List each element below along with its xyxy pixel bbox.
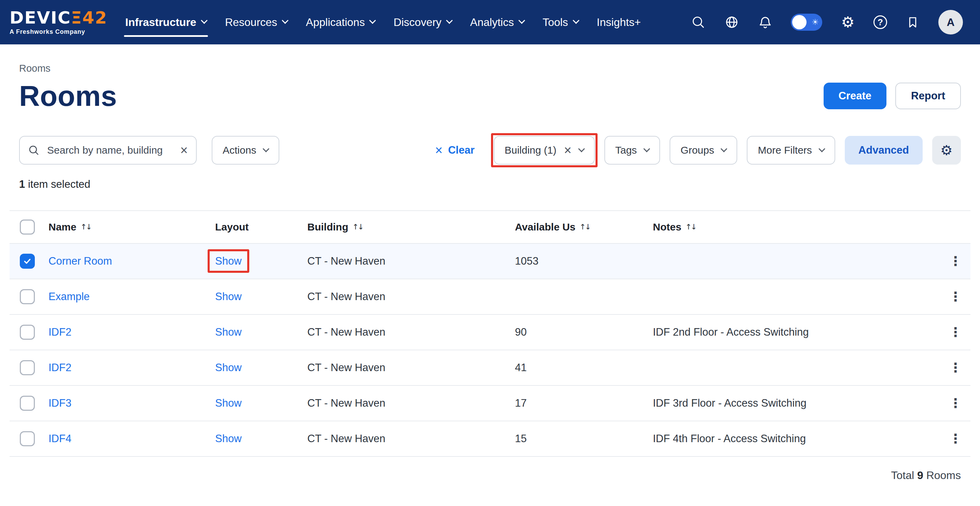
remove-building-filter-icon[interactable]: ×	[564, 144, 572, 157]
column-header-building[interactable]: Building↑↓	[307, 221, 515, 233]
building-filter-chip[interactable]: Building (1) ×	[494, 136, 595, 165]
groups-dropdown[interactable]: Groups	[670, 136, 737, 165]
report-button[interactable]: Report	[895, 83, 961, 109]
row-checkbox[interactable]	[20, 254, 35, 269]
available-cell: 90	[515, 326, 653, 338]
nav-item-resources[interactable]: Resources	[225, 0, 288, 45]
search-input[interactable]	[46, 144, 174, 157]
row-actions-menu-icon[interactable]: ⋮	[940, 254, 970, 269]
globe-icon[interactable]	[724, 14, 740, 30]
clear-filters-button[interactable]: ×Clear	[435, 144, 475, 157]
layout-show-link[interactable]: Show	[215, 397, 242, 409]
room-name-link[interactable]: IDF2	[48, 361, 72, 374]
chevron-down-icon	[573, 17, 579, 24]
available-cell: 15	[515, 433, 653, 445]
layout-show-link[interactable]: Show	[215, 255, 242, 267]
clear-search-icon[interactable]: ×	[180, 144, 188, 157]
clear-x-icon: ×	[435, 144, 442, 157]
row-actions-menu-icon[interactable]: ⋮	[940, 431, 970, 446]
avatar[interactable]: A	[938, 10, 963, 35]
layout-show-link[interactable]: Show	[215, 326, 242, 338]
dropdown-label: Tags	[615, 145, 637, 156]
column-header-layout: Layout	[215, 221, 307, 233]
nav-item-label: Tools	[542, 16, 568, 29]
nav-item-label: Infrastructure	[125, 16, 196, 29]
table-row: IDF3 Show CT - New Haven 17 IDF 3rd Floo…	[10, 386, 970, 421]
nav-item-insights[interactable]: Insights+	[597, 0, 641, 45]
room-name-link[interactable]: IDF2	[48, 326, 72, 338]
clear-label: Clear	[448, 144, 475, 156]
row-actions-menu-icon[interactable]: ⋮	[940, 289, 970, 304]
sort-icon: ↑↓	[579, 223, 590, 231]
main-nav: Infrastructure Resources Applications Di…	[125, 0, 641, 45]
nav-item-label: Discovery	[393, 16, 441, 29]
table-total: Total 9 Rooms	[19, 469, 961, 482]
create-button[interactable]: Create	[824, 83, 887, 109]
selection-status: 1 item selected	[19, 178, 961, 191]
room-name-link[interactable]: Example	[48, 291, 90, 302]
bookmark-icon[interactable]	[905, 14, 921, 30]
table-header-row: Name↑↓ Layout Building↑↓ Available Us↑↓ …	[10, 211, 970, 244]
available-cell: 1053	[515, 255, 653, 267]
more-filters-dropdown[interactable]: More Filters	[747, 136, 835, 165]
settings-gear-icon[interactable]: ⚙	[840, 14, 856, 30]
nav-item-tools[interactable]: Tools	[542, 0, 578, 45]
chevron-down-icon	[201, 17, 208, 24]
page-title: Rooms	[19, 80, 117, 113]
chevron-down-icon	[369, 17, 376, 24]
room-name-link[interactable]: Corner Room	[48, 255, 112, 267]
building-cell: CT - New Haven	[307, 361, 515, 374]
filter-controls: ×Clear Building (1) × Tags Groups More F…	[435, 136, 961, 165]
device42-logo[interactable]: DEVICΞ42 A Freshworks Company	[10, 9, 108, 35]
nav-item-analytics[interactable]: Analytics	[470, 0, 524, 45]
sort-icon: ↑↓	[685, 223, 696, 231]
column-header-name[interactable]: Name↑↓	[48, 221, 215, 233]
tags-dropdown[interactable]: Tags	[605, 136, 660, 165]
title-row: Rooms Create Report	[19, 80, 961, 113]
nav-item-discovery[interactable]: Discovery	[393, 0, 452, 45]
breadcrumb[interactable]: Rooms	[19, 63, 51, 74]
row-checkbox[interactable]	[20, 289, 35, 304]
nav-item-applications[interactable]: Applications	[306, 0, 375, 45]
row-checkbox[interactable]	[20, 431, 35, 446]
advanced-button[interactable]: Advanced	[845, 136, 923, 165]
notifications-bell-icon[interactable]	[757, 14, 773, 30]
layout-show-link[interactable]: Show	[215, 291, 242, 302]
chevron-down-icon	[446, 17, 453, 24]
nav-icon-group: ☀ ⚙ ? A	[690, 10, 963, 35]
search-box[interactable]: ×	[19, 136, 197, 165]
building-cell: CT - New Haven	[307, 326, 515, 338]
dropdown-label: More Filters	[758, 145, 812, 156]
row-checkbox[interactable]	[20, 325, 35, 340]
chevron-down-icon	[282, 17, 288, 24]
row-checkbox[interactable]	[20, 396, 35, 411]
nav-item-label: Applications	[306, 16, 365, 29]
actions-dropdown[interactable]: Actions	[212, 136, 279, 165]
theme-toggle[interactable]: ☀	[791, 14, 822, 31]
select-all-checkbox[interactable]	[20, 220, 35, 235]
chevron-down-icon	[578, 145, 585, 152]
room-name-link[interactable]: IDF3	[48, 397, 72, 409]
column-header-available[interactable]: Available Us↑↓	[515, 221, 653, 233]
row-actions-menu-icon[interactable]: ⋮	[940, 325, 970, 340]
chevron-down-icon	[262, 145, 269, 152]
row-actions-menu-icon[interactable]: ⋮	[940, 396, 970, 411]
table-row: IDF2 Show CT - New Haven 41 ⋮	[10, 350, 970, 386]
building-cell: CT - New Haven	[307, 433, 515, 445]
nav-item-label: Resources	[225, 16, 277, 29]
chip-label: Building (1)	[505, 145, 557, 156]
nav-item-label: Analytics	[470, 16, 514, 29]
nav-item-infrastructure[interactable]: Infrastructure	[125, 0, 207, 45]
room-name-link[interactable]: IDF4	[48, 433, 72, 444]
building-cell: CT - New Haven	[307, 291, 515, 303]
help-icon[interactable]: ?	[873, 15, 887, 29]
search-icon[interactable]	[690, 14, 706, 30]
chevron-down-icon	[518, 17, 525, 24]
row-actions-menu-icon[interactable]: ⋮	[940, 360, 970, 375]
table-settings-button[interactable]: ⚙	[932, 136, 961, 165]
column-header-notes[interactable]: Notes↑↓	[653, 221, 940, 233]
row-checkbox[interactable]	[20, 360, 35, 375]
layout-show-link[interactable]: Show	[215, 361, 242, 374]
notes-cell: IDF 4th Floor - Access Switching	[653, 433, 940, 445]
layout-show-link[interactable]: Show	[215, 433, 242, 444]
